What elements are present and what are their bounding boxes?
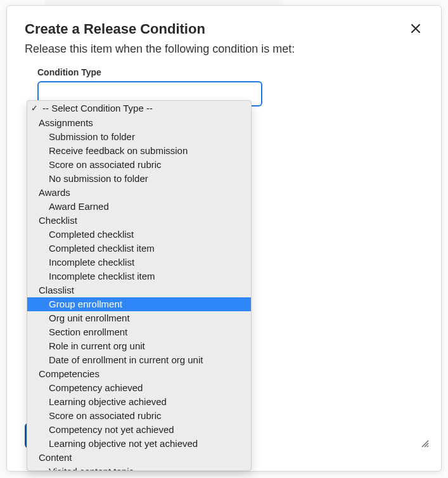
dropdown-item[interactable]: No submission to folder xyxy=(27,172,251,186)
dropdown-item[interactable]: Visited content topic xyxy=(27,465,251,471)
dropdown-placeholder[interactable]: -- Select Condition Type -- xyxy=(27,101,251,116)
dropdown-item[interactable]: Completed checklist item xyxy=(27,242,251,255)
dropdown-item[interactable]: Score on associated rubric xyxy=(27,409,251,423)
dropdown-item[interactable]: Award Earned xyxy=(27,200,251,214)
close-button[interactable] xyxy=(408,21,423,36)
svg-line-2 xyxy=(427,446,428,447)
modal-subheading: Release this item when the following con… xyxy=(7,42,441,67)
resize-grip-icon[interactable] xyxy=(419,438,430,448)
dropdown-group: Checklist xyxy=(27,214,251,228)
modal-header: Create a Release Condition xyxy=(7,6,441,42)
dropdown-item[interactable]: Group enrollment xyxy=(27,297,251,311)
dropdown-group: Assignments xyxy=(27,116,251,130)
modal-title: Create a Release Condition xyxy=(25,21,205,37)
dropdown-item[interactable]: Learning objective achieved xyxy=(27,395,251,409)
dropdown-item[interactable]: Score on associated rubric xyxy=(27,158,251,172)
dropdown-group: Content xyxy=(27,451,251,465)
condition-type-label: Condition Type xyxy=(7,67,441,81)
dropdown-item[interactable]: Incomplete checklist item xyxy=(27,269,251,283)
dropdown-item[interactable]: Role in current org unit xyxy=(27,339,251,353)
dropdown-item[interactable]: Receive feedback on submission xyxy=(27,144,251,158)
dropdown-item[interactable]: Competency not yet achieved xyxy=(27,423,251,437)
dropdown-item[interactable]: Learning objective not yet achieved xyxy=(27,437,251,451)
dropdown-item[interactable]: Incomplete checklist xyxy=(27,255,251,269)
dropdown-item[interactable]: Completed checklist xyxy=(27,228,251,242)
close-icon xyxy=(411,23,421,34)
dropdown-item[interactable]: Org unit enrollment xyxy=(27,311,251,325)
dropdown-item[interactable]: Submission to folder xyxy=(27,130,251,144)
dropdown-item[interactable]: Date of enrollment in current org unit xyxy=(27,353,251,367)
dropdown-group: Competencies xyxy=(27,367,251,381)
dropdown-item[interactable]: Section enrollment xyxy=(27,325,251,339)
dropdown-group: Classlist xyxy=(27,283,251,297)
dropdown-group: Awards xyxy=(27,186,251,200)
condition-type-dropdown[interactable]: -- Select Condition Type -- AssignmentsS… xyxy=(27,100,252,471)
dropdown-item[interactable]: Competency achieved xyxy=(27,381,251,395)
